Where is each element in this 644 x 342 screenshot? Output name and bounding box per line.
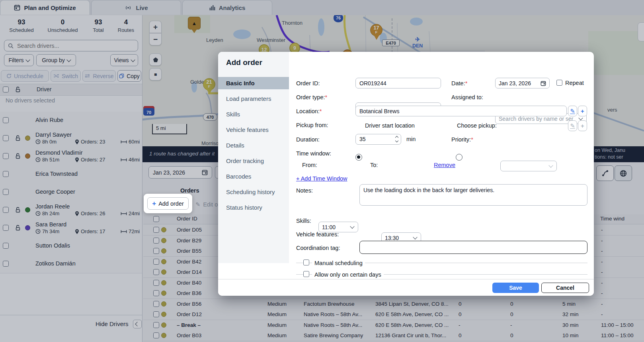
plus-icon: + — [581, 108, 584, 114]
choose-pickup-label: Choose pickup: — [457, 122, 497, 129]
nav-item-order-tracking[interactable]: Order tracking — [218, 155, 289, 167]
pickup-location-select[interactable] — [500, 161, 557, 171]
time-window-label: Time window: — [296, 150, 331, 157]
from-value: 11:00 — [322, 224, 336, 230]
priority-label: Priority:* — [451, 134, 473, 145]
allow-days-checkbox[interactable] — [303, 271, 309, 277]
nav-item-load-parameters[interactable]: Load parameters — [218, 92, 289, 105]
location-label: Location:* — [296, 106, 322, 116]
notes-label: Notes: — [296, 187, 313, 194]
add-order-spotlight: + Add order — [144, 194, 192, 213]
pencil-icon: ✎ — [570, 122, 575, 130]
edit-location-button[interactable]: ✎ — [568, 106, 577, 116]
manual-scheduling-checkbox[interactable] — [303, 259, 309, 265]
order-type-label: Order type:* — [296, 92, 327, 102]
duration-label: Duration: — [296, 134, 320, 145]
nav-item-basic-info[interactable]: Basic Info — [218, 77, 289, 89]
nav-item-details[interactable]: Details — [218, 139, 289, 151]
coordination-tag-input[interactable] — [359, 241, 587, 254]
modal-title: Add order — [226, 58, 262, 67]
driver-start-label: Driver start location — [365, 122, 415, 129]
stepper-arrows-icon[interactable] — [396, 136, 398, 142]
vehicle-features-label: Vehicle features: — [296, 231, 339, 238]
add-time-window-link[interactable]: + Add Time Window — [296, 175, 347, 182]
date-label: Date:* — [451, 78, 467, 88]
from-label: From: — [302, 162, 317, 168]
date-value: Jan 23, 2026 — [499, 80, 531, 86]
repeat-checkbox[interactable] — [556, 80, 562, 86]
nav-item-status-history[interactable]: Status history — [218, 201, 289, 214]
notes-textarea[interactable]: Use the loading dock in the back for lar… — [359, 184, 587, 206]
skills-label: Skills: — [296, 218, 311, 224]
choose-pickup-radio[interactable] — [456, 154, 463, 161]
repeat-label: Repeat — [565, 80, 584, 86]
plus-icon: + — [581, 122, 584, 129]
modal-form: Order ID: Date:* Jan 23, 2026 Repeat Ord… — [289, 52, 594, 279]
add-order-button[interactable]: + Add order — [147, 197, 189, 210]
chevron-down-icon — [548, 163, 553, 167]
to-label: To: — [370, 162, 378, 168]
duration-stepper[interactable]: 35 — [355, 134, 401, 145]
to-value: 13:30 — [385, 235, 399, 241]
chevron-down-icon — [413, 235, 417, 239]
cancel-button[interactable]: Cancel — [541, 283, 589, 293]
location-input[interactable] — [355, 106, 567, 116]
plus-icon: + — [152, 200, 156, 207]
nav-item-skills[interactable]: Skills — [218, 108, 289, 120]
from-time-select[interactable]: 11:00 — [318, 222, 358, 232]
save-button[interactable]: Save — [492, 283, 539, 293]
pencil-icon: ✎ — [570, 108, 575, 115]
duration-unit: min — [406, 136, 416, 142]
nav-item-vehicle-features[interactable]: Vehicle features — [218, 124, 289, 136]
coordination-tag-label: Coordination tag: — [296, 245, 340, 251]
duration-value: 35 — [359, 136, 366, 142]
remove-time-window-link[interactable]: Remove — [434, 162, 455, 168]
order-id-label: Order ID: — [296, 78, 320, 88]
nav-item-scheduling-history[interactable]: Scheduling history — [218, 186, 289, 198]
pickup-from-label: Pickup from: — [296, 120, 328, 130]
add-order-label: Add order — [158, 200, 184, 207]
driver-start-radio[interactable] — [355, 154, 362, 161]
modal-footer: Save Cancel — [218, 279, 594, 296]
add-location-button[interactable]: + — [578, 106, 587, 116]
route-planner-app: Plan and Optimize Live Analytics 93 Sche… — [0, 0, 644, 342]
calendar-icon — [541, 81, 546, 86]
edit-pickup-button[interactable]: ✎ — [568, 120, 577, 131]
nav-item-barcodes[interactable]: Barcodes — [218, 170, 289, 183]
allow-days-label: Allow only on certain days — [312, 271, 384, 278]
chevron-down-icon — [578, 116, 583, 120]
assigned-to-label: Assigned to: — [451, 92, 483, 102]
manual-scheduling-label: Manual scheduling — [312, 260, 365, 266]
add-pickup-button[interactable]: + — [578, 120, 587, 131]
add-order-modal: Add order Basic Info Load parameters Ski… — [218, 52, 594, 296]
modal-nav: Basic Info Load parameters Skills Vehicl… — [218, 77, 289, 217]
order-id-input[interactable] — [355, 78, 441, 88]
date-field[interactable]: Jan 23, 2026 — [495, 78, 550, 88]
chevron-down-icon — [350, 224, 354, 228]
